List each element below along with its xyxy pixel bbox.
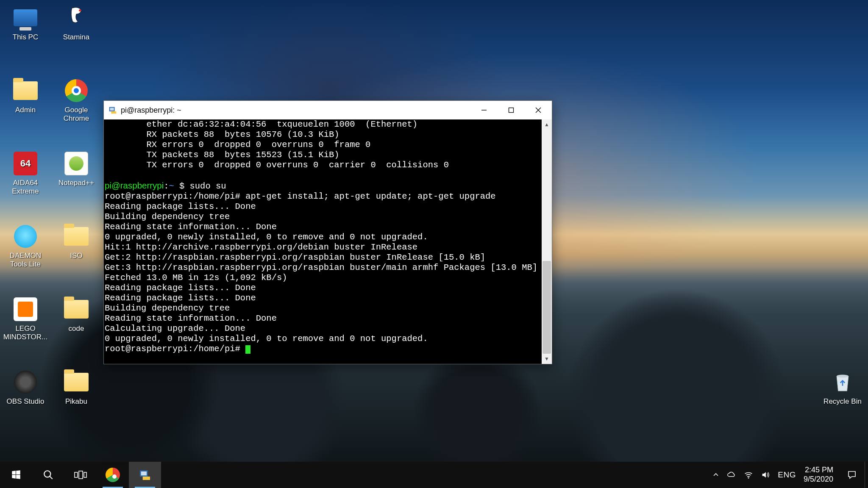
desktop-label: DAEMONTools Lite [3,252,48,269]
svg-rect-13 [84,472,86,477]
clock-date: 9/5/2020 [804,475,833,484]
svg-rect-6 [509,108,514,113]
desktop-icon-this-pc[interactable]: This PC [3,4,48,42]
taskbar-app-putty[interactable] [129,462,161,488]
putty-icon [138,468,152,482]
desktop-label: This PC [3,33,48,42]
minimize-button[interactable] [470,101,498,119]
desktop-icon-iso[interactable]: ISO [53,223,99,260]
desktop-icon-daemon[interactable]: DAEMONTools Lite [3,223,48,269]
desktop-label: AIDA64Extreme [3,179,48,196]
desktop-icon-pikabu[interactable]: Pikabu [53,369,99,406]
desktop-label: Admin [3,106,48,114]
lego-icon [12,296,39,323]
clock-time: 2:45 PM [804,466,833,475]
window-title: pi@raspberrypi: ~ [121,106,181,115]
folder-icon [63,223,90,250]
desktop-icon-obs[interactable]: OBS Studio [3,369,48,406]
scroll-up-button[interactable]: ▲ [542,119,552,130]
desktop-icon-notepadpp[interactable]: Notepad++ [53,150,99,187]
desktop-icon-recycle-bin[interactable]: Recycle Bin [820,369,865,406]
maximize-button[interactable] [498,101,525,119]
svg-point-0 [79,9,81,11]
scroll-down-button[interactable]: ▼ [542,354,552,364]
scrollbar-thumb[interactable] [542,261,551,354]
scrollbar-track[interactable] [542,130,552,354]
task-view-button[interactable] [64,462,97,488]
task-view-icon [74,470,87,480]
start-button[interactable] [0,462,32,488]
aida64-icon: 64 [12,150,39,177]
volume-icon[interactable] [761,470,770,480]
svg-rect-12 [79,471,83,479]
svg-point-17 [748,477,749,479]
desktop-label: Recycle Bin [820,397,865,406]
this-pc-icon [12,4,39,31]
svg-line-10 [50,476,53,479]
terminal-output[interactable]: ether dc:a6:32:a4:04:56 txqueuelen 1000 … [104,119,542,364]
desktop-icon-lego[interactable]: LEGOMINDSTOR... [3,296,48,342]
folder-icon [63,369,90,396]
window-titlebar[interactable]: pi@raspberrypi: ~ [104,101,552,119]
daemon-tools-icon [12,223,39,250]
svg-rect-3 [110,108,114,111]
language-indicator[interactable]: ENG [778,470,796,480]
system-tray: ENG [708,462,798,488]
desktop-label: OBS Studio [3,397,48,406]
chrome-icon [106,468,120,482]
desktop-label: LEGOMINDSTOR... [3,324,48,342]
taskbar-app-chrome[interactable] [97,462,129,488]
putty-window: pi@raspberrypi: ~ ether dc:a6:32:a4:04:5… [103,100,552,364]
close-button[interactable] [525,101,552,119]
chrome-icon [63,77,90,104]
taskbar: ENG 2:45 PM 9/5/2020 [0,462,868,488]
folder-icon [63,296,90,323]
desktop-icon-code[interactable]: code [53,296,99,333]
taskbar-clock[interactable]: 2:45 PM 9/5/2020 [798,462,839,488]
notification-icon [847,470,857,480]
recycle-bin-icon [829,369,856,396]
notepadpp-icon [63,150,90,177]
svg-rect-15 [141,471,147,475]
svg-point-9 [44,471,50,477]
stamina-icon [63,4,90,31]
desktop-label: Stamina [53,33,99,42]
wifi-icon[interactable] [744,470,753,480]
folder-icon [12,77,39,104]
svg-point-1 [837,375,849,378]
desktop-label: Pikabu [53,397,99,406]
svg-rect-16 [143,477,150,480]
desktop-label: Notepad++ [53,179,99,187]
obs-icon [12,369,39,396]
windows-icon [11,469,22,480]
desktop-label: ISO [53,252,99,260]
tray-overflow-button[interactable] [712,471,719,478]
svg-rect-11 [75,472,78,477]
terminal-scrollbar[interactable]: ▲ ▼ [542,119,552,364]
action-center-button[interactable] [839,462,865,488]
putty-icon [108,105,117,115]
desktop-icon-stamina[interactable]: Stamina [53,4,99,42]
desktop-icon-admin[interactable]: Admin [3,77,48,114]
svg-rect-4 [111,111,116,114]
show-desktop-button[interactable] [865,462,868,488]
desktop-label: code [53,324,99,333]
onedrive-icon[interactable] [727,470,736,480]
desktop-icon-chrome[interactable]: GoogleChrome [53,77,99,123]
desktop-label: GoogleChrome [53,106,99,123]
search-icon [43,469,54,480]
search-button[interactable] [32,462,64,488]
desktop-icon-aida64[interactable]: 64 AIDA64Extreme [3,150,48,196]
